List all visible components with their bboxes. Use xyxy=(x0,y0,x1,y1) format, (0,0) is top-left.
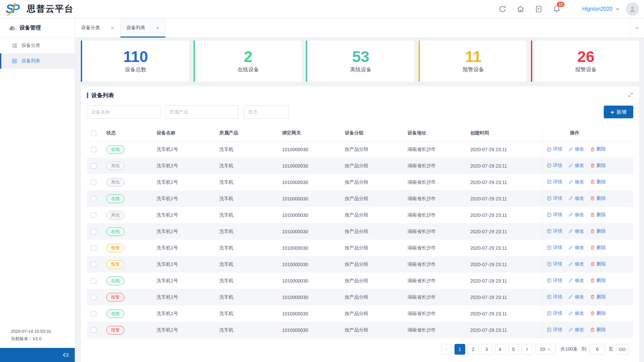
edit-link[interactable]: 修改 xyxy=(568,278,584,284)
row-checkbox[interactable] xyxy=(91,147,96,152)
column-header-created: 创建时间 xyxy=(466,125,542,141)
group-cell: 按产品分组 xyxy=(341,158,404,174)
trash-icon xyxy=(590,311,595,316)
detail-link[interactable]: 详情 xyxy=(547,163,562,169)
notification-bell-icon[interactable]: 10 xyxy=(553,4,561,14)
page-button-3[interactable]: 3 xyxy=(481,344,492,355)
select-all-checkbox[interactable] xyxy=(91,131,96,136)
page-size-select[interactable]: 20 xyxy=(535,344,556,355)
row-checkbox[interactable] xyxy=(91,278,96,284)
tab-list-dropdown[interactable] xyxy=(630,18,644,38)
add-device-button[interactable]: + 新增 xyxy=(604,106,633,118)
detail-doc-icon xyxy=(547,311,552,316)
home-icon[interactable] xyxy=(517,5,525,13)
delete-link[interactable]: 删除 xyxy=(590,310,606,316)
prev-page-button[interactable] xyxy=(441,344,452,355)
page-button-5[interactable]: 5 xyxy=(508,344,519,355)
row-checkbox[interactable] xyxy=(91,163,96,169)
pencil-icon xyxy=(568,163,573,168)
device-name-cell: 洗车机1号 xyxy=(153,190,215,207)
row-checkbox[interactable] xyxy=(91,196,96,201)
detail-link[interactable]: 详情 xyxy=(547,294,562,300)
delete-link[interactable]: 删除 xyxy=(590,327,606,333)
jump-page-input[interactable] xyxy=(590,344,605,355)
delete-link[interactable]: 删除 xyxy=(590,163,606,169)
row-checkbox[interactable] xyxy=(91,229,96,234)
close-icon[interactable]: × xyxy=(156,25,159,31)
edit-link[interactable]: 修改 xyxy=(568,195,584,201)
row-checkbox[interactable] xyxy=(91,311,96,316)
collapse-sidebar-icon[interactable] xyxy=(62,351,70,359)
edit-link[interactable]: 修改 xyxy=(568,179,584,185)
row-checkbox[interactable] xyxy=(91,245,96,251)
edit-link[interactable]: 修改 xyxy=(568,212,584,218)
page-button-2[interactable]: 2 xyxy=(468,344,479,355)
avatar[interactable] xyxy=(626,2,639,16)
row-checkbox[interactable] xyxy=(91,180,96,185)
delete-link[interactable]: 删除 xyxy=(590,228,606,234)
tab-device-list[interactable]: 设备列表 × xyxy=(120,18,166,38)
status-filter[interactable] xyxy=(244,105,289,119)
trash-icon xyxy=(590,278,595,283)
next-page-button[interactable] xyxy=(522,344,532,355)
product-cell: 洗车机 xyxy=(215,207,278,223)
delete-link[interactable]: 删除 xyxy=(590,146,606,152)
tab-device-category[interactable]: 设备分类 × xyxy=(75,18,120,38)
detail-link[interactable]: 详情 xyxy=(547,179,562,185)
detail-link[interactable]: 详情 xyxy=(547,228,562,234)
delete-link[interactable]: 删除 xyxy=(590,245,606,251)
delete-link[interactable]: 删除 xyxy=(590,278,606,284)
edit-link[interactable]: 修改 xyxy=(568,310,584,316)
created-time-cell: 2020-07-29 23:11 xyxy=(466,158,542,174)
refresh-icon[interactable] xyxy=(498,5,506,13)
stat-label: 设备总数 xyxy=(125,66,146,73)
row-checkbox[interactable] xyxy=(91,213,96,218)
device-name-cell: 洗车机1号 xyxy=(153,273,215,289)
delete-link[interactable]: 删除 xyxy=(590,261,606,267)
stats-row: 110 设备总数 2 在线设备 53 离线设备 11 预警设备 26 报警设 xyxy=(81,41,639,82)
edit-link[interactable]: 修改 xyxy=(568,228,584,234)
detail-link[interactable]: 详情 xyxy=(547,245,562,251)
edit-link[interactable]: 修改 xyxy=(568,163,584,169)
row-checkbox[interactable] xyxy=(91,327,96,333)
sidebar-item-device-category[interactable]: 设备分类 xyxy=(0,38,75,53)
pencil-icon xyxy=(568,179,573,184)
device-name-cell: 洗车机1号 xyxy=(153,240,215,256)
delete-link[interactable]: 删除 xyxy=(590,195,606,201)
delete-link[interactable]: 删除 xyxy=(590,212,606,218)
detail-doc-icon xyxy=(547,196,552,201)
row-checkbox[interactable] xyxy=(91,295,96,300)
close-icon[interactable]: × xyxy=(111,25,114,31)
document-icon[interactable] xyxy=(535,5,543,13)
jump-suffix-label: 页 xyxy=(608,346,613,352)
detail-link[interactable]: 详情 xyxy=(547,195,562,201)
edit-link[interactable]: 修改 xyxy=(568,245,584,251)
edit-link[interactable]: 修改 xyxy=(568,294,584,300)
expand-icon[interactable] xyxy=(628,92,633,99)
row-checkbox[interactable] xyxy=(91,262,96,267)
sidebar-group-device-management[interactable]: 设备管理 xyxy=(0,18,75,38)
sidebar-group-title: 设备管理 xyxy=(19,24,41,32)
page-button-1[interactable]: 1 xyxy=(454,344,465,355)
edit-link[interactable]: 修改 xyxy=(568,146,584,152)
page-button-4[interactable]: 4 xyxy=(495,344,505,355)
delete-link[interactable]: 删除 xyxy=(590,179,606,185)
edit-link[interactable]: 修改 xyxy=(568,261,584,267)
address-cell: 湖南省长沙市 xyxy=(404,240,466,256)
detail-link[interactable]: 详情 xyxy=(547,212,562,218)
total-count-label: 共100条 xyxy=(560,346,578,352)
detail-link[interactable]: 详情 xyxy=(547,146,562,152)
detail-link[interactable]: 详情 xyxy=(547,310,562,316)
device-name-filter[interactable] xyxy=(87,105,161,119)
group-cell: 按产品分组 xyxy=(341,289,404,305)
detail-link[interactable]: 详情 xyxy=(547,278,562,284)
product-filter[interactable] xyxy=(165,105,238,119)
detail-link[interactable]: 详情 xyxy=(547,261,562,267)
sidebar-item-device-list[interactable]: 设备列表 xyxy=(0,53,75,69)
status-badge: 报警 xyxy=(106,293,124,302)
delete-link[interactable]: 删除 xyxy=(590,294,606,300)
go-button[interactable]: GO xyxy=(616,344,629,355)
edit-link[interactable]: 修改 xyxy=(568,327,584,333)
user-menu[interactable]: Hignton2020 xyxy=(582,6,620,12)
detail-link[interactable]: 详情 xyxy=(547,327,562,333)
